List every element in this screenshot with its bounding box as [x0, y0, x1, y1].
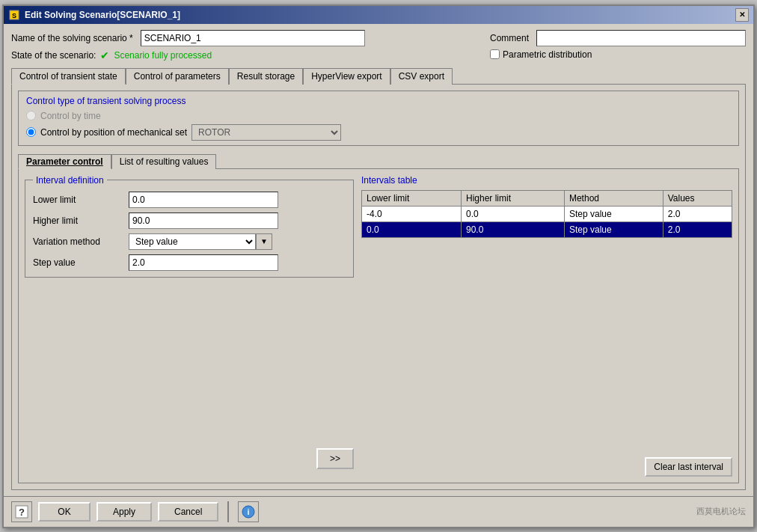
help-icon: ? — [14, 504, 29, 519]
control-by-position-label: Control by position of mechanical set — [40, 127, 187, 138]
parametric-distribution-checkbox[interactable] — [490, 49, 500, 59]
lower-limit-input[interactable] — [129, 192, 278, 208]
radio-group: Control by time Control by position of m… — [26, 111, 731, 141]
comment-input[interactable] — [536, 30, 746, 46]
scenario-name-label: Name of the solving scenario * — [11, 33, 133, 43]
intervals-table: Lower limit Higher limit Method Values -… — [361, 190, 732, 238]
top-left: Name of the solving scenario * State of … — [11, 30, 365, 61]
info-icon-button[interactable]: i — [238, 501, 259, 522]
variation-method-select[interactable]: Step value Number of steps — [129, 233, 256, 250]
inner-tab-parameter-control[interactable]: Parameter control — [18, 154, 111, 169]
tab-result-storage[interactable]: Result storage — [229, 68, 303, 85]
parametric-distribution-row: Parametric distribution — [490, 49, 746, 60]
right-panel: Intervals table Lower limit Higher limit… — [361, 175, 732, 477]
higher-limit-input[interactable] — [129, 213, 278, 229]
control-by-position-radio[interactable] — [26, 127, 36, 137]
col-method: Method — [564, 190, 663, 206]
variation-method-wrapper: Step value Number of steps ▼ — [129, 233, 346, 250]
apply-button[interactable]: Apply — [96, 502, 152, 522]
info-icon: i — [242, 505, 255, 519]
inner-content: Interval definition Lower limit Higher l… — [18, 168, 739, 483]
interval-definition-fieldset: Interval definition Lower limit Higher l… — [25, 175, 354, 278]
mechanical-set-select[interactable]: ROTOR — [191, 124, 341, 141]
tab-csv-export[interactable]: CSV export — [390, 68, 453, 85]
table-row[interactable]: -4.00.0Step value2.0 — [362, 206, 732, 221]
svg-text:?: ? — [19, 507, 25, 518]
close-button[interactable]: ✕ — [735, 8, 749, 22]
section-title: Control type of transient solving proces… — [26, 96, 731, 106]
comment-label: Comment — [490, 33, 529, 43]
cancel-button[interactable]: Cancel — [158, 502, 218, 522]
dialog-content: Name of the solving scenario * State of … — [4, 24, 753, 496]
state-label: State of the scenario: — [11, 50, 96, 61]
scenario-name-input[interactable] — [141, 30, 365, 46]
table-row[interactable]: 0.090.0Step value2.0 — [362, 221, 732, 237]
tab-content-area: Control type of transient solving proces… — [11, 84, 746, 490]
footer-divider — [227, 501, 229, 522]
title-bar-left: S Edit Solving Scenario[SCENARIO_1] — [8, 9, 180, 21]
top-right: Comment Parametric distribution — [490, 30, 746, 60]
inner-tabs: Parameter control List of resulting valu… — [18, 153, 739, 168]
dialog-footer: ? OK Apply Cancel i 西莫电机论坛 — [4, 496, 753, 527]
tab-hyperview-export[interactable]: HyperView export — [303, 68, 390, 85]
intervals-table-title: Intervals table — [361, 175, 732, 186]
control-by-position-row: Control by position of mechanical set RO… — [26, 124, 731, 141]
col-lower-limit: Lower limit — [362, 190, 462, 206]
tab-transient-state[interactable]: Control of transient state — [11, 68, 126, 85]
dialog-icon: S — [8, 9, 20, 21]
add-interval-button[interactable]: >> — [316, 448, 354, 469]
step-value-input[interactable] — [129, 254, 278, 271]
lower-limit-label: Lower limit — [33, 195, 123, 205]
scenario-name-row: Name of the solving scenario * — [11, 30, 365, 46]
svg-text:i: i — [248, 507, 250, 516]
title-bar: S Edit Solving Scenario[SCENARIO_1] ✕ — [4, 6, 753, 24]
comment-row: Comment — [490, 30, 746, 46]
control-by-time-label: Control by time — [40, 111, 101, 121]
inner-tab-resulting-values[interactable]: List of resulting values — [111, 154, 217, 169]
tab-parameters[interactable]: Control of parameters — [126, 68, 229, 85]
col-values: Values — [663, 190, 732, 206]
clear-last-interval-button[interactable]: Clear last interval — [645, 457, 732, 477]
interval-definition-legend: Interval definition — [33, 175, 107, 186]
variation-dropdown-arrow[interactable]: ▼ — [256, 233, 272, 250]
parametric-distribution-label: Parametric distribution — [503, 49, 592, 60]
footer-icon: ? — [11, 501, 32, 522]
top-form-row: Name of the solving scenario * State of … — [11, 30, 746, 61]
col-higher-limit: Higher limit — [461, 190, 564, 206]
control-type-fieldset: Control type of transient solving proces… — [18, 91, 739, 146]
watermark: 西莫电机论坛 — [696, 506, 746, 517]
state-text: Scenario fully processed — [114, 50, 212, 61]
higher-limit-label: Higher limit — [33, 215, 123, 226]
variation-method-label: Variation method — [33, 236, 123, 247]
ok-button[interactable]: OK — [38, 502, 91, 522]
control-by-time-row: Control by time — [26, 111, 731, 121]
control-by-time-radio[interactable] — [26, 111, 36, 120]
dialog-title: Edit Solving Scenario[SCENARIO_1] — [25, 10, 180, 20]
edit-solving-scenario-dialog: S Edit Solving Scenario[SCENARIO_1] ✕ Na… — [2, 4, 755, 528]
state-row: State of the scenario: ✔ Scenario fully … — [11, 49, 365, 61]
interval-form-grid: Lower limit Higher limit Variation metho… — [33, 192, 346, 271]
state-check-icon: ✔ — [100, 49, 109, 61]
step-value-label: Step value — [33, 257, 123, 268]
left-panel: Interval definition Lower limit Higher l… — [25, 175, 354, 477]
svg-text:S: S — [12, 12, 16, 19]
outer-tabs: Control of transient state Control of pa… — [11, 67, 746, 84]
